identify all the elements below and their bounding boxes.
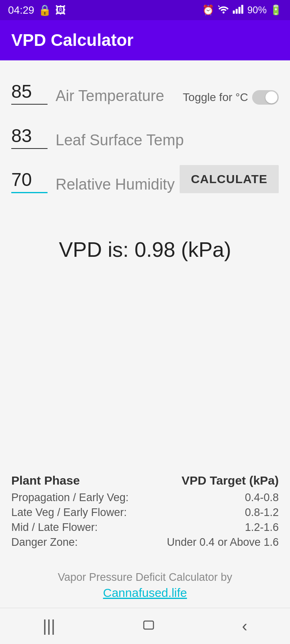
plant-phase-header: Plant Phase [11, 474, 80, 487]
phase-label-1: Late Veg / Early Flower: [11, 506, 127, 519]
phase-label-0: Propagation / Early Veg: [11, 491, 128, 504]
target-value-0: 0.4-0.8 [245, 491, 279, 504]
humidity-input-wrap[interactable] [11, 169, 48, 193]
footer-link[interactable]: Cannafused.life [11, 586, 279, 600]
nav-bar: ||| ‹ [0, 608, 290, 644]
air-temp-input[interactable] [11, 80, 48, 102]
leaf-temp-input-wrap[interactable] [11, 125, 48, 149]
wifi-icon [218, 4, 230, 16]
plant-phase-table: Plant Phase VPD Target (kPa) Propagation… [0, 474, 290, 551]
image-icon: 🖼 [55, 4, 66, 17]
air-temp-input-wrap[interactable] [11, 80, 48, 105]
table-row: Mid / Late Flower: 1.2-1.6 [11, 521, 279, 534]
target-value-2: 1.2-1.6 [245, 521, 279, 534]
app-bar: VPD Calculator [0, 20, 290, 60]
main-content: Air Temperature Toggle for °C Leaf Surfa… [0, 60, 290, 442]
svg-rect-1 [233, 10, 235, 14]
status-bar: 04:29 🔒 🖼 ⏰ 90% 🔋 [0, 0, 290, 20]
leaf-temp-row: Leaf Surface Temp [11, 117, 279, 149]
celsius-toggle[interactable] [252, 90, 279, 105]
phase-label-2: Mid / Late Flower: [11, 521, 98, 534]
lock-icon: 🔒 [38, 4, 51, 17]
table-row: Late Veg / Early Flower: 0.8-1.2 [11, 506, 279, 519]
svg-rect-4 [241, 5, 243, 14]
table-row: Propagation / Early Veg: 0.4-0.8 [11, 491, 279, 504]
home-icon[interactable] [141, 616, 157, 636]
alarm-icon: ⏰ [202, 4, 214, 16]
table-row: Danger Zone: Under 0.4 or Above 1.6 [11, 536, 279, 549]
leaf-temp-input[interactable] [11, 125, 48, 147]
vpd-target-header: VPD Target (kPa) [182, 474, 279, 487]
air-temp-label: Air Temperature [56, 87, 183, 105]
status-right: ⏰ 90% 🔋 [202, 4, 282, 16]
result-section: VPD is: 0.98 (kPa) [11, 205, 279, 286]
footer: Vapor Pressure Deficit Calculator by Can… [0, 571, 290, 608]
time-display: 04:29 [8, 4, 34, 17]
recent-apps-icon[interactable]: ||| [43, 617, 55, 635]
toggle-label: Toggle for °C [183, 91, 248, 104]
vpd-result: VPD is: 0.98 (kPa) [59, 237, 231, 262]
svg-rect-2 [236, 9, 238, 14]
svg-point-0 [222, 12, 224, 14]
battery-display: 90% [247, 4, 267, 16]
footer-text: Vapor Pressure Deficit Calculator by [58, 571, 232, 583]
app-title: VPD Calculator [11, 31, 133, 50]
phase-label-3: Danger Zone: [11, 536, 78, 549]
air-temp-row: Air Temperature Toggle for °C [11, 72, 279, 105]
table-header-row: Plant Phase VPD Target (kPa) [11, 474, 279, 487]
toggle-wrap: Toggle for °C [183, 90, 279, 105]
target-value-3: Under 0.4 or Above 1.6 [167, 536, 279, 549]
leaf-temp-label: Leaf Surface Temp [56, 132, 279, 149]
back-icon[interactable]: ‹ [242, 617, 247, 635]
signal-icon [233, 4, 244, 16]
battery-icon: 🔋 [270, 4, 282, 16]
status-left: 04:29 🔒 🖼 [8, 4, 66, 17]
humidity-row: Relative Humidity CALCULATE [11, 161, 279, 193]
svg-rect-3 [238, 7, 240, 14]
humidity-label: Relative Humidity [56, 176, 180, 193]
humidity-input[interactable] [11, 169, 48, 190]
target-value-1: 0.8-1.2 [245, 506, 279, 519]
calculate-button[interactable]: CALCULATE [180, 165, 279, 193]
svg-rect-5 [144, 621, 153, 629]
